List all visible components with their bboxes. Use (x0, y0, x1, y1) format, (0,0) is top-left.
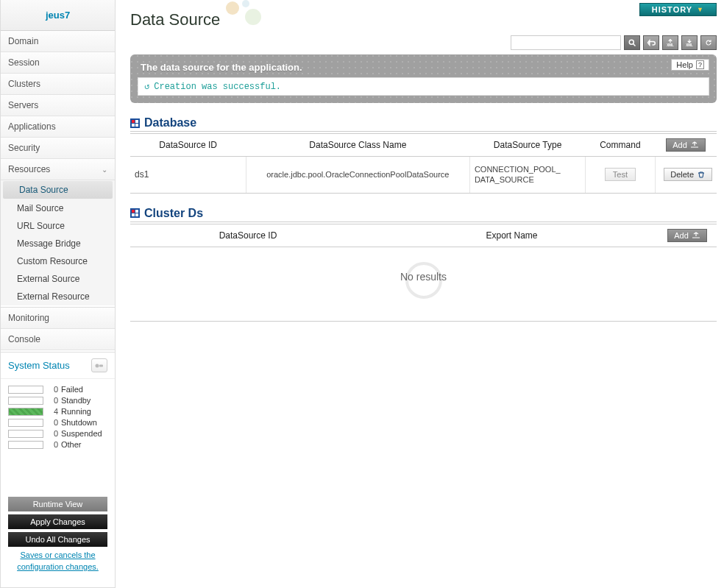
logo[interactable]: jeus7 (1, 0, 115, 31)
database-section: Database DataSource ID DataSource Class … (130, 116, 717, 194)
svg-text:XML: XML (686, 43, 693, 47)
system-status-toggle-icon[interactable] (91, 358, 107, 372)
nav-resources[interactable]: Resources ⌄ (1, 159, 115, 180)
nav-domain[interactable]: Domain (1, 31, 115, 52)
svg-point-0 (96, 364, 99, 368)
svg-rect-12 (132, 210, 135, 213)
cluster-ds-section: Cluster Ds DataSource ID Export Name Add (130, 207, 717, 322)
status-count: 4 (48, 407, 58, 416)
status-count: 0 (48, 396, 58, 405)
banner-title: The data source for the application. (138, 60, 709, 77)
svg-rect-10 (135, 124, 138, 127)
cluster-ds-table: DataSource ID Export Name Add (130, 224, 717, 247)
undo-all-changes-button[interactable]: Undo All Changes (8, 532, 107, 547)
table-row: ds1 oracle.jdbc.pool.OracleConnectionPoo… (130, 157, 717, 194)
nav-monitoring[interactable]: Monitoring (1, 307, 115, 329)
status-label: Shutdown (61, 418, 97, 427)
th-command: Command (586, 134, 655, 157)
chevron-down-icon: ⌄ (102, 166, 107, 174)
apply-changes-button[interactable]: Apply Changes (8, 514, 107, 529)
page-title: Data Source (130, 0, 717, 35)
add-database-button[interactable]: Add (666, 138, 706, 152)
svg-rect-13 (135, 210, 138, 213)
search-icon[interactable] (624, 35, 640, 50)
section-icon (130, 118, 140, 128)
status-row-running: 4 Running (8, 407, 107, 416)
info-banner: Help ? The data source for the applicati… (130, 54, 717, 103)
svg-point-2 (629, 40, 634, 44)
add-cluster-ds-button[interactable]: Add (667, 229, 707, 242)
refresh-icon[interactable] (700, 35, 717, 50)
status-label: Standby (61, 396, 90, 405)
database-heading: Database (144, 116, 196, 130)
runtime-view-button[interactable]: Runtime View (8, 497, 107, 511)
page-title-text: Data Source (130, 10, 220, 29)
search-input[interactable] (511, 35, 621, 50)
sidebar: jeus7 Domain Session Clusters Servers Ap… (0, 0, 116, 588)
nav-servers[interactable]: Servers (1, 95, 115, 116)
svg-rect-6 (130, 118, 140, 128)
nav-session[interactable]: Session (1, 52, 115, 74)
success-icon: ↺ (144, 81, 149, 92)
status-row-standby: 0 Standby (8, 396, 107, 405)
system-status-header: System Status (1, 352, 115, 379)
add-label: Add (672, 141, 687, 149)
export-xml-icon[interactable]: XML (662, 35, 678, 50)
main-content: HISTORY ▼ Data Source XML XML Help ? The… (116, 0, 724, 588)
subnav-custom-resource[interactable]: Custom Resource (1, 252, 115, 270)
status-row-shutdown: 0 Shutdown (8, 418, 107, 427)
save-cancel-note-link[interactable]: Saves or cancels the configuration chang… (13, 550, 103, 573)
svg-rect-1 (99, 365, 103, 367)
database-table: DataSource ID DataSource Class Name Data… (130, 133, 717, 194)
status-count: 0 (48, 440, 58, 449)
back-icon[interactable] (643, 35, 659, 50)
status-row-suspended: 0 Suspended (8, 429, 107, 438)
nav-console[interactable]: Console (1, 329, 115, 350)
svg-rect-7 (132, 120, 135, 123)
cluster-ds-heading: Cluster Ds (144, 207, 203, 220)
nav-security[interactable]: Security (1, 138, 115, 159)
subnav-mail-source[interactable]: Mail Source (1, 199, 115, 217)
nav-applications[interactable]: Applications (1, 116, 115, 138)
subnav-external-resource[interactable]: External Resource (1, 288, 115, 305)
system-status-label: System Status (8, 360, 70, 371)
svg-rect-14 (132, 213, 135, 216)
status-label: Failed (61, 385, 83, 394)
plus-up-icon (692, 232, 700, 239)
cell-id[interactable]: ds1 (130, 157, 246, 194)
help-icon: ? (696, 60, 704, 69)
status-label: Suspended (61, 429, 102, 438)
no-results-text: No results (130, 271, 717, 283)
cell-class: oracle.jdbc.pool.OracleConnectionPoolDat… (246, 157, 469, 194)
status-row-failed: 0 Failed (8, 385, 107, 394)
add-label: Add (674, 231, 689, 240)
help-label: Help (676, 60, 693, 69)
subnav-url-source[interactable]: URL Source (1, 217, 115, 235)
sidebar-button-stack: Runtime View Apply Changes Undo All Chan… (1, 490, 115, 587)
status-count: 0 (48, 385, 58, 394)
th-datasource-type: DataSource Type (469, 134, 585, 157)
test-button[interactable]: Test (605, 168, 636, 181)
delete-button[interactable]: Delete (664, 168, 712, 181)
delete-label: Delete (670, 170, 694, 179)
subnav-data-source[interactable]: Data Source (3, 181, 113, 199)
status-label: Other (61, 440, 82, 449)
import-xml-icon[interactable]: XML (681, 35, 698, 50)
subnav-external-source[interactable]: External Source (1, 270, 115, 288)
delete-icon (697, 171, 706, 178)
svg-rect-8 (135, 120, 138, 123)
nav-resources-label: Resources (8, 164, 50, 174)
system-status-list: 0 Failed 0 Standby 4 Running 0 Shutdown … (1, 379, 115, 458)
svg-rect-9 (132, 124, 135, 127)
status-count: 0 (48, 429, 58, 438)
toolbar: XML XML (130, 35, 717, 50)
svg-line-3 (634, 44, 636, 46)
message-box: ↺ Creation was successful. (138, 77, 709, 96)
status-count: 0 (48, 418, 58, 427)
section-icon (130, 208, 140, 218)
status-row-other: 0 Other (8, 440, 107, 449)
help-button[interactable]: Help ? (671, 59, 709, 71)
subnav-message-bridge[interactable]: Message Bridge (1, 235, 115, 252)
nav-clusters[interactable]: Clusters (1, 74, 115, 95)
th-export-name: Export Name (366, 224, 658, 247)
